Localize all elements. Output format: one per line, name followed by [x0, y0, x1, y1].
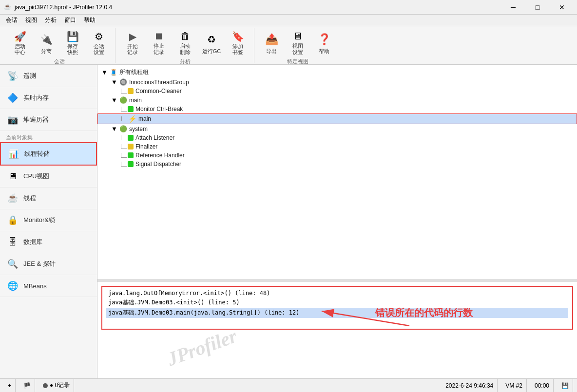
- minimize-button[interactable]: ─: [502, 0, 524, 15]
- live-memory-icon: 🔷: [6, 91, 19, 105]
- stack-item-1[interactable]: java基础.JVM.Demo03.<init>() (line: 5): [106, 298, 568, 308]
- cpu-view-label: CPU视图: [23, 172, 49, 181]
- tree-node-reference-handler[interactable]: Reference Handler: [97, 151, 577, 160]
- launch-center-icon: 🚀: [12, 31, 28, 42]
- main-thread-lightning-icon: ⚡: [128, 115, 136, 123]
- export-label: 导出: [266, 48, 277, 54]
- run-gc-button[interactable]: ♻ 运行GC: [199, 30, 224, 56]
- toolbar-group-session: 🚀 启动中心 🔌 分离 💾 保存快照 ⚙ 会话设置 会话: [4, 28, 115, 63]
- session-settings-button[interactable]: ⚙ 会话设置: [87, 30, 111, 56]
- stop-recording-button[interactable]: ⏹ 停止记录: [147, 30, 171, 56]
- toolbar: 🚀 启动中心 🔌 分离 💾 保存快照 ⚙ 会话设置 会话 ▶ 开始记录: [0, 26, 577, 65]
- tree-node-common-cleaner[interactable]: Common-Cleaner: [97, 87, 577, 95]
- threads-label: 线程: [23, 194, 36, 203]
- sidebar-item-telemetry[interactable]: 📡 遥测: [0, 65, 97, 87]
- finalizer-icon: [128, 144, 134, 149]
- app-icon: ☕: [4, 3, 12, 11]
- menu-session[interactable]: 会话: [2, 15, 21, 25]
- tree-node-monitor-ctrl-break[interactable]: Monitor Ctrl-Break: [97, 105, 577, 113]
- menu-analyze[interactable]: 分析: [41, 15, 60, 25]
- maximize-button[interactable]: □: [526, 0, 549, 15]
- status-vm: VM #2: [501, 379, 527, 392]
- monitor-ctrl-break-icon: [128, 106, 134, 112]
- detach-icon: 🔌: [38, 32, 54, 47]
- sidebar-item-thread-dump[interactable]: 📊 线程转储: [0, 142, 97, 166]
- mbeans-label: MBeans: [23, 282, 47, 290]
- status-date: 2022-6-24 9:46:34: [442, 379, 498, 392]
- close-button[interactable]: ✕: [551, 0, 573, 15]
- status-bar: + 🏴 ● 0记录 2022-6-24 9:46:34 VM #2 00:00 …: [0, 378, 577, 392]
- monitor-lock-label: Monitor&锁: [23, 216, 55, 224]
- start-recording-button[interactable]: ▶ 开始记录: [120, 30, 145, 56]
- tree-node-root[interactable]: ▼ 🧵 所有线程组: [97, 67, 577, 77]
- tree-node-system[interactable]: ▼ 🟢 system: [97, 124, 577, 133]
- add-bookmark-label: 添加书签: [232, 43, 243, 55]
- tree-node-main-thread[interactable]: ⚡ main: [97, 113, 577, 124]
- main-group-expand-icon: ▼: [111, 96, 117, 104]
- stop-recording-icon: ⏹: [151, 31, 167, 42]
- sidebar-item-live-memory[interactable]: 🔷 实时内存: [0, 87, 97, 109]
- attach-listener-icon: [128, 135, 134, 141]
- tree-node-attach-listener[interactable]: Attach Listener: [97, 133, 577, 142]
- toolbar-analysis-buttons: ▶ 开始记录 ⏹ 停止记录 🗑 启动删除 ♻ 运行GC 🔖 添加书签: [120, 30, 250, 56]
- status-add[interactable]: +: [4, 379, 16, 392]
- heap-walker-label: 堆遍历器: [23, 115, 49, 124]
- record-count: ● 0记录: [50, 381, 70, 390]
- monitor-lock-icon: 🔒: [6, 213, 19, 227]
- threads-icon: ☕: [6, 191, 19, 205]
- tree-node-main-group[interactable]: ▼ 🟢 main: [97, 95, 577, 105]
- launch-center-label: 启动中心: [15, 43, 25, 55]
- add-bookmark-icon: 🔖: [230, 31, 246, 42]
- menu-help[interactable]: 帮助: [80, 15, 99, 25]
- stack-item-2[interactable]: java基础.JVM.Demo03.main(java.lang.String[…: [106, 308, 568, 318]
- menu-view[interactable]: 视图: [21, 15, 41, 25]
- launch-center-button[interactable]: 🚀 启动中心: [8, 30, 32, 56]
- detach-button[interactable]: 🔌 分离: [34, 30, 58, 56]
- root-label: 所有线程组: [119, 68, 149, 76]
- system-group-icon: 🟢: [119, 125, 127, 132]
- tree-node-finalizer[interactable]: Finalizer: [97, 142, 577, 151]
- telemetry-icon: 📡: [6, 69, 19, 83]
- system-expand-icon: ▼: [111, 125, 117, 132]
- tree-node-innocious[interactable]: ▼ 🔘 InnociousThreadGroup: [97, 77, 577, 87]
- toolbar-view-buttons: 📤 导出 🖥 视图设置 ❓ 帮助: [259, 30, 336, 56]
- sidebar-item-mbeans[interactable]: 🌐 MBeans: [0, 275, 97, 297]
- help-button[interactable]: ❓ 帮助: [312, 30, 336, 56]
- root-expand-icon: ▼: [101, 69, 108, 76]
- stack-item-0[interactable]: java.lang.OutOfMemoryError.<init>() (lin…: [106, 289, 568, 298]
- sidebar-item-heap-walker[interactable]: 📷 堆遍历器: [0, 109, 97, 131]
- menu-window[interactable]: 窗口: [60, 15, 80, 25]
- session-settings-label: 会话设置: [94, 43, 104, 55]
- mbeans-icon: 🌐: [6, 279, 19, 293]
- save-snapshot-button[interactable]: 💾 保存快照: [60, 30, 85, 56]
- start-delete-button[interactable]: 🗑 启动删除: [173, 30, 197, 56]
- thread-dump-icon: 📊: [7, 147, 20, 161]
- toolbar-session-group-label: 会话: [54, 58, 65, 65]
- export-button[interactable]: 📤 导出: [259, 30, 284, 56]
- attach-listener-label: Attach Listener: [135, 134, 174, 141]
- sidebar-item-monitor-lock[interactable]: 🔒 Monitor&锁: [0, 209, 97, 231]
- add-icon: +: [8, 382, 11, 389]
- database-icon: 🗄: [6, 235, 19, 249]
- view-settings-button[interactable]: 🖥 视图设置: [286, 30, 310, 56]
- status-flag[interactable]: 🏴: [19, 379, 35, 392]
- start-delete-icon: 🗑: [177, 31, 193, 42]
- current-object-section: 当前对象集: [0, 131, 97, 142]
- sidebar-item-threads[interactable]: ☕ 线程: [0, 187, 97, 209]
- window-controls: ─ □ ✕: [502, 0, 573, 15]
- stack-trace-panel[interactable]: java.lang.OutOfMemoryError.<init>() (lin…: [101, 286, 573, 330]
- content-area: ▼ 🧵 所有线程组 ▼ 🔘 InnociousThreadGroup Commo…: [97, 65, 577, 378]
- tree-node-signal-dispatcher[interactable]: Signal Dispatcher: [97, 160, 577, 168]
- toolbar-group-view: 📤 导出 🖥 视图设置 ❓ 帮助 特定视图: [255, 28, 340, 63]
- monitor-ctrl-break-label: Monitor Ctrl-Break: [135, 106, 183, 112]
- status-disk-icon: 💾: [558, 379, 573, 392]
- sidebar-item-cpu-view[interactable]: 🖥 CPU视图: [0, 166, 97, 187]
- flag-icon: 🏴: [23, 382, 31, 389]
- system-label: system: [129, 126, 148, 132]
- common-cleaner-label: Common-Cleaner: [135, 88, 182, 94]
- sidebar-item-jee-probe[interactable]: 🔍 JEE & 探针: [0, 253, 97, 275]
- sidebar-item-database[interactable]: 🗄 数据库: [0, 231, 97, 253]
- run-gc-icon: ♻: [204, 32, 219, 47]
- add-bookmark-button[interactable]: 🔖 添加书签: [226, 30, 250, 56]
- thread-tree-panel[interactable]: ▼ 🧵 所有线程组 ▼ 🔘 InnociousThreadGroup Commo…: [97, 65, 577, 281]
